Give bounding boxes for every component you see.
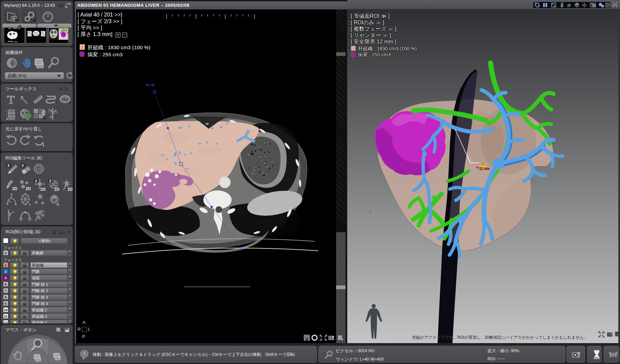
svg-text:2: 2 [7, 163, 9, 168]
svg-text:?: ? [83, 352, 86, 357]
svg-text:3D: 3D [12, 186, 18, 191]
svg-text:Im 40: Im 40 [146, 83, 155, 87]
svg-text:2D: 2D [40, 187, 46, 191]
svg-text:α: α [567, 2, 571, 8]
svg-text:D: D [607, 3, 609, 7]
svg-text:2: 2 [22, 163, 24, 168]
svg-text:2D: 2D [67, 187, 73, 191]
svg-text:2: 2 [35, 179, 37, 183]
svg-text:2: 2 [49, 179, 51, 183]
svg-text:2D: 2D [26, 186, 31, 191]
svg-text:12 mm: 12 mm [479, 167, 490, 171]
svg-text:2D: 2D [54, 187, 60, 191]
